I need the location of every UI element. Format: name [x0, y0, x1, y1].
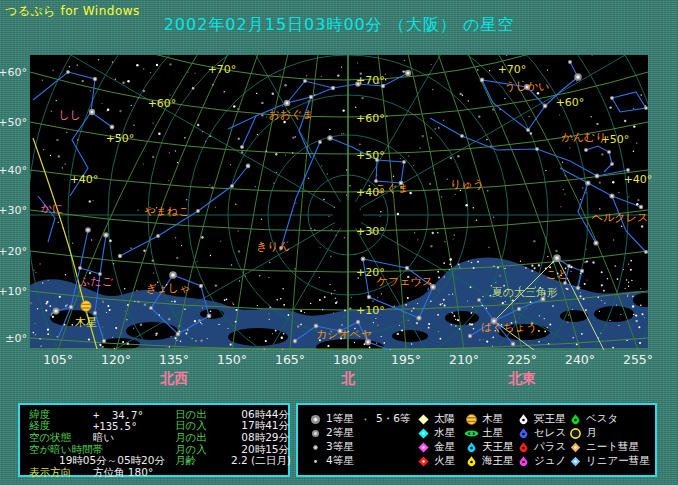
- altitude-grid-label: +60°: [356, 112, 385, 125]
- legend-label: 火星: [434, 454, 455, 468]
- constellation-label: はくちょう: [481, 321, 537, 334]
- legend-label: ジュノ: [534, 454, 566, 468]
- direction-label: 北西: [159, 370, 188, 386]
- legend-label: 木星: [482, 412, 503, 426]
- azimuth-tick-label: 120°: [101, 352, 131, 367]
- constellation-label: うしかい: [504, 80, 549, 93]
- constellation-label: おおぐま: [268, 108, 313, 121]
- altitude-grid-label: +30°: [356, 225, 385, 238]
- annotation-label: 木星: [75, 316, 97, 329]
- altitude-margin-label: +50°: [0, 116, 27, 129]
- azimuth-tick-label: 225°: [507, 352, 537, 367]
- mercury-icon: [416, 426, 431, 441]
- star-3-icon: [308, 440, 323, 455]
- altitude-grid-label: +60°: [556, 96, 585, 109]
- altitude-grid-label: +50°: [106, 132, 135, 145]
- legend-label: 海王星: [482, 454, 514, 468]
- legend-label: 4等星: [326, 454, 354, 468]
- legend-label: 5・6等: [376, 412, 410, 426]
- annotation-label: 夏の大三角形: [492, 286, 558, 299]
- legend-label: 1等星: [326, 412, 354, 426]
- constellation-label: こと: [546, 268, 569, 281]
- azimuth-tick-label: 165°: [275, 352, 305, 367]
- legend-item: 5・6等: [358, 412, 416, 426]
- constellation-label: こぐま: [375, 182, 409, 195]
- constellation-label: ケフェウス: [377, 275, 433, 288]
- legend-item: ベスタ: [568, 412, 664, 426]
- info-value: + 34.7°: [93, 409, 144, 421]
- legend-item: パラス: [516, 440, 568, 454]
- planetarium-screen: つるぷら for Windows 2002年02月15日03時00分 （大阪） …: [0, 0, 678, 485]
- altitude-grid-label: +40°: [624, 173, 653, 186]
- legend-item: 木星: [464, 412, 516, 426]
- constellation-label: かに: [41, 202, 64, 215]
- info-label: 表示方向: [29, 466, 93, 480]
- legend-item: 月: [568, 426, 664, 440]
- legend-label: ニート彗星: [586, 440, 639, 454]
- info-value: 方位角 180°: [93, 466, 153, 480]
- legend-label: 3等星: [326, 440, 354, 454]
- legend-item: リニアー彗星: [568, 454, 664, 468]
- constellation-label: しし: [59, 109, 82, 122]
- legend-panel: 1等星2等星3等星4等星5・6等太陽水星金星火星木星土星天王星海王星冥王星セレス…: [296, 403, 657, 477]
- linear-comet-icon: [568, 454, 583, 469]
- legend-label: ベスタ: [586, 412, 618, 426]
- constellation-label: カシオペヤ: [316, 328, 372, 341]
- neat-comet-icon: [568, 440, 583, 455]
- info-panel: 緯度+ 34.7°経度+135.5°空の状態暗い空が暗い時間帯19時05分～05…: [18, 403, 290, 477]
- constellation-label: かんむり: [561, 131, 606, 144]
- azimuth-tick-label: 150°: [217, 352, 247, 367]
- legend-column: ベスタ月ニート彗星リニアー彗星: [568, 412, 664, 475]
- juno-icon: [516, 454, 531, 469]
- legend-label: 太陽: [434, 412, 455, 426]
- legend-column: 木星土星天王星海王星: [464, 412, 516, 475]
- legend-label: 金星: [434, 440, 455, 454]
- moon-icon: [568, 426, 583, 441]
- altitude-grid-label: +40°: [70, 173, 99, 186]
- legend-item: ジュノ: [516, 454, 568, 468]
- star-2-icon: [308, 426, 323, 441]
- star-chart[interactable]: +60°+50°+40°+30°+20°+10°±0°+70°+60°+50°+…: [0, 0, 678, 400]
- info-value: 2.2 (二日月): [223, 454, 291, 468]
- altitude-grid-label: +70°: [498, 63, 527, 76]
- constellation-label: ヘルクレス: [592, 211, 648, 224]
- legend-item: 火星: [416, 454, 464, 468]
- legend-item: 太陽: [416, 412, 464, 426]
- direction-label: 北東: [507, 370, 536, 386]
- legend-item: 海王星: [464, 454, 516, 468]
- altitude-margin-label: +40°: [0, 164, 27, 177]
- uranus-icon: [464, 440, 479, 455]
- ceres-icon: [516, 426, 531, 441]
- legend-column: 太陽水星金星火星: [416, 412, 464, 475]
- legend-item: 金星: [416, 440, 464, 454]
- azimuth-tick-label: 135°: [159, 352, 189, 367]
- star-56-icon: [358, 412, 373, 427]
- azimuth-tick-label: 105°: [43, 352, 73, 367]
- jupiter-icon: [464, 412, 479, 427]
- direction-label: 北: [340, 370, 356, 386]
- legend-label: 水星: [434, 426, 455, 440]
- legend-column: 冥王星セレスパラスジュノ: [516, 412, 568, 475]
- constellation-label: りゅう: [450, 178, 484, 191]
- legend-column: 5・6等: [358, 412, 416, 475]
- altitude-margin-label: +30°: [0, 204, 27, 217]
- altitude-grid-label: +70°: [356, 74, 385, 87]
- legend-label: 月: [586, 426, 597, 440]
- altitude-grid-label: +50°: [356, 149, 385, 162]
- legend-item: 4等星: [308, 454, 358, 468]
- azimuth-tick-label: 180°: [333, 352, 363, 367]
- info-row: 表示方向方位角 180°: [29, 467, 175, 479]
- azimuth-tick-label: 210°: [449, 352, 479, 367]
- info-label: 月齢: [175, 454, 223, 468]
- legend-item: 2等星: [308, 426, 358, 440]
- pluto-icon: [516, 412, 531, 427]
- azimuth-tick-label: 240°: [565, 352, 595, 367]
- star-1-icon: [308, 412, 323, 427]
- constellation-label: ふたご: [79, 275, 114, 288]
- constellation-label: ぎょしゃ: [145, 282, 190, 295]
- neptune-icon: [464, 454, 479, 469]
- star-4-icon: [308, 454, 323, 469]
- legend-item: ニート彗星: [568, 440, 664, 454]
- legend-item: セレス: [516, 426, 568, 440]
- legend-label: 天王星: [482, 440, 514, 454]
